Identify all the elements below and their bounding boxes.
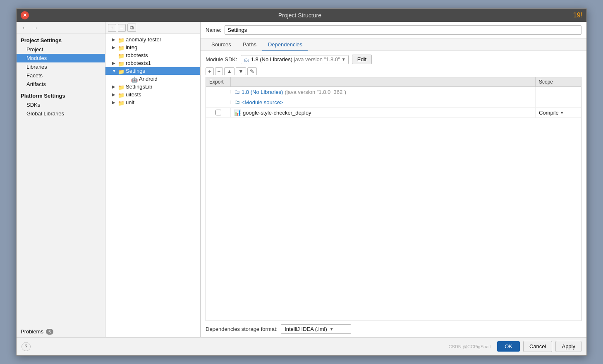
dep-cell-name: 🗂 <Module source> — [231, 97, 536, 107]
platform-settings-title: Platform Settings — [17, 89, 105, 101]
dialog-footer: ? CSDN @CCPigSnail OK Cancel Apply — [17, 337, 586, 355]
tree-arrow: ▶ — [112, 92, 117, 97]
dep-move-down-button[interactable]: ▼ — [236, 67, 246, 75]
tree-copy-button[interactable]: ⧉ — [127, 24, 136, 32]
problems-badge: 5 — [46, 329, 53, 335]
tree-item-label: robotests1 — [126, 60, 151, 66]
help-button[interactable]: ? — [22, 342, 31, 351]
dep-move-up-button[interactable]: ▲ — [224, 67, 234, 75]
dep-table-body: 🗂 1.8 (No Libraries) (java version "1.8.… — [206, 87, 581, 321]
dep-name-text: <Module source> — [242, 99, 283, 105]
tree-item-unit[interactable]: ▶ 📁 unit — [105, 98, 200, 106]
table-row: 🗂 <Module source> — [206, 97, 581, 108]
content-header: Name: — [201, 22, 586, 38]
module-folder-icon: 📁 — [118, 92, 124, 97]
storage-label: Dependencies storage format: — [206, 326, 278, 332]
sidebar-item-modules[interactable]: Modules — [17, 54, 105, 62]
cancel-button[interactable]: Cancel — [523, 341, 552, 352]
tree-item-label: uitests — [126, 91, 141, 98]
dep-cell-export[interactable] — [206, 108, 231, 117]
dep-edit-button[interactable]: ✎ — [247, 67, 257, 75]
dep-cell-export — [206, 101, 231, 104]
android-icon: 🤖 — [131, 77, 138, 81]
tree-arrow: ▶ — [112, 37, 117, 42]
sdk-java-version: java version "1.8.0" — [294, 56, 340, 62]
col-name-header — [231, 77, 536, 86]
forward-button[interactable]: → — [31, 24, 40, 32]
tab-paths[interactable]: Paths — [237, 38, 262, 51]
tree-item-android[interactable]: ▶ 🤖 Android — [105, 75, 200, 83]
tree-item-label: SettingsLib — [126, 84, 152, 90]
tabs-row: Sources Paths Dependencies — [201, 38, 586, 51]
tree-item-settings[interactable]: ▼ 📁 Settings — [105, 67, 200, 75]
sdk-dropdown[interactable]: 🗂 1.8 (No Libraries) java version "1.8.0… — [241, 55, 349, 64]
apply-button[interactable]: Apply — [555, 341, 581, 352]
ok-button[interactable]: OK — [497, 341, 520, 352]
back-button[interactable]: ← — [20, 24, 29, 32]
storage-dropdown[interactable]: IntelliJ IDEA (.iml) ▼ — [281, 324, 351, 334]
dep-export-checkbox[interactable] — [215, 110, 221, 115]
dep-cell-scope — [536, 90, 581, 93]
dep-cell-name: 🗂 1.8 (No Libraries) (java version "1.8.… — [231, 87, 536, 97]
tree-item-label: Settings — [126, 68, 145, 74]
tab-dependencies[interactable]: Dependencies — [262, 38, 308, 51]
dep-cell-name: 📊 google-style-checker_deploy — [231, 108, 536, 117]
tree-item-robotests1[interactable]: ▶ 📁 robotests1 — [105, 59, 200, 67]
dialog-body: ← → Project Settings Project Modules Lib… — [17, 22, 586, 337]
col-export-header: Export — [206, 77, 231, 86]
tree-item-anomaly-tester[interactable]: ▶ 📁 anomaly-tester — [105, 36, 200, 43]
tree-arrow: ▼ — [112, 69, 117, 73]
sidebar-item-global-libraries[interactable]: Global Libraries — [17, 109, 105, 118]
project-settings-title: Project Settings — [17, 34, 105, 45]
footer-left: ? — [22, 342, 31, 351]
tree-arrow: ▶ — [112, 100, 117, 105]
tree-item-label: robotests — [126, 52, 148, 58]
sdk-dropdown-arrow: ▼ — [342, 57, 346, 62]
footer-right: CSDN @CCPigSnail OK Cancel Apply — [449, 341, 581, 352]
storage-row: Dependencies storage format: IntelliJ ID… — [206, 321, 581, 335]
storage-value: IntelliJ IDEA (.iml) — [285, 326, 327, 332]
dialog-title: Project Structure — [29, 12, 571, 19]
dep-name-text: google-style-checker_deploy — [243, 110, 311, 116]
dep-cell-scope[interactable]: Compile ▼ — [536, 108, 581, 117]
module-sdk-label: Module SDK: — [206, 56, 237, 62]
watermark-text: CSDN @CCPigSnail — [449, 344, 491, 349]
sdk-icon: 🗂 — [234, 89, 240, 95]
tab-sources[interactable]: Sources — [206, 38, 237, 51]
module-folder-icon: 📁 — [118, 84, 124, 89]
close-button[interactable]: ✕ — [21, 11, 29, 19]
project-structure-dialog: ✕ Project Structure 19! ← → Project Sett… — [16, 8, 587, 356]
sdk-value: 1.8 (No Libraries) java version "1.8.0" — [251, 56, 340, 62]
sidebar-item-artifacts[interactable]: Artifacts — [17, 80, 105, 89]
problems-row[interactable]: Problems 5 — [17, 326, 105, 337]
tree-item-label: unit — [126, 99, 134, 105]
col-scope-header: Scope — [536, 77, 581, 86]
edit-sdk-button[interactable]: Edit — [352, 55, 372, 64]
dep-remove-button[interactable]: − — [215, 67, 223, 75]
tree-item-robotests[interactable]: ▶ 📁 robotests — [105, 51, 200, 59]
tree-content: ▶ 📁 anomaly-tester ▶ 📁 integ ▶ 📁 robotes… — [105, 34, 200, 337]
sidebar-item-project[interactable]: Project — [17, 45, 105, 54]
tree-item-integ[interactable]: ▶ 📁 integ — [105, 43, 200, 51]
dep-name-extra: (java version "1.8.0_362") — [285, 89, 346, 95]
name-input[interactable] — [225, 25, 581, 35]
tree-item-settingslib[interactable]: ▶ 📁 SettingsLib — [105, 83, 200, 91]
dep-add-button[interactable]: + — [206, 67, 214, 75]
dep-scope-value: Compile — [539, 110, 559, 116]
module-folder-icon: 📁 — [118, 45, 124, 50]
dialog-titlebar: ✕ Project Structure 19! — [17, 9, 586, 22]
tree-toolbar: + − ⧉ — [105, 22, 200, 34]
tree-add-button[interactable]: + — [108, 24, 116, 32]
tree-item-uitests[interactable]: ▶ 📁 uitests — [105, 91, 200, 98]
sidebar: ← → Project Settings Project Modules Lib… — [17, 22, 105, 337]
sidebar-item-sdks[interactable]: SDKs — [17, 101, 105, 109]
tree-remove-button[interactable]: − — [118, 24, 126, 32]
module-sdk-row: Module SDK: 🗂 1.8 (No Libraries) java ve… — [206, 55, 581, 64]
sidebar-item-facets[interactable]: Facets — [17, 71, 105, 80]
sidebar-item-libraries[interactable]: Libraries — [17, 62, 105, 71]
module-folder-icon: 📁 — [118, 100, 124, 105]
module-source-icon: 🗂 — [234, 99, 240, 105]
table-row: 📊 google-style-checker_deploy Compile ▼ — [206, 108, 581, 118]
problems-label: Problems — [21, 328, 43, 335]
tree-item-label: Android — [139, 76, 158, 82]
